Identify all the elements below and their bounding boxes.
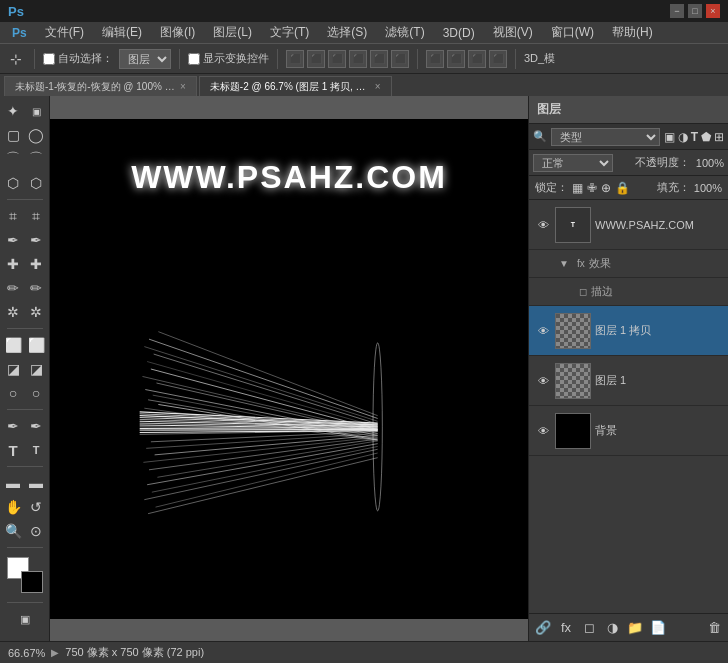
menu-window[interactable]: 窗口(W): [543, 22, 602, 43]
heal-tool[interactable]: ✚: [2, 253, 24, 275]
quick-selection-tool[interactable]: ⬡: [25, 172, 47, 194]
menu-text[interactable]: 文字(T): [262, 22, 317, 43]
layer-type-dropdown[interactable]: 图层: [119, 49, 171, 69]
eraser-tool[interactable]: ⬜: [2, 334, 24, 356]
layer-text-icon[interactable]: T: [691, 130, 698, 144]
tab-1[interactable]: 未标题-2 @ 66.7% (图层 1 拷贝, RGB/8#) * ×: [199, 76, 392, 96]
menu-view[interactable]: 视图(V): [485, 22, 541, 43]
marquee-rect-tool[interactable]: ▢: [2, 124, 24, 146]
layer-item-text[interactable]: 👁 T WWW.PSAHZ.COM: [529, 200, 728, 250]
close-button[interactable]: ×: [706, 4, 720, 18]
status-arrow[interactable]: ▶: [51, 647, 59, 658]
hand-tool[interactable]: ✋: [2, 496, 24, 518]
show-transform-checkbox[interactable]: [188, 53, 200, 65]
custom-shape-tool[interactable]: ▬: [25, 472, 47, 494]
align-right-btn[interactable]: ⬛: [328, 50, 346, 68]
layer-bg-visibility[interactable]: 👁: [535, 423, 551, 439]
layer-effects-btn[interactable]: fx: [556, 618, 576, 638]
color-swatches[interactable]: [7, 557, 43, 593]
layer-smart-icon[interactable]: ⊞: [714, 130, 724, 144]
new-layer-btn[interactable]: 📄: [648, 618, 668, 638]
freeform-pen-tool[interactable]: ✒: [25, 415, 47, 437]
layer-shape-icon[interactable]: ⬟: [701, 130, 711, 144]
layer-adjust-icon[interactable]: ◑: [678, 130, 688, 144]
clone-stamp-tool[interactable]: ✲: [2, 301, 24, 323]
lock-move-icon[interactable]: ✙: [587, 181, 597, 195]
dist-4-btn[interactable]: ⬛: [489, 50, 507, 68]
vertical-text-tool[interactable]: T: [25, 439, 47, 461]
align-middle-btn[interactable]: ⬛: [370, 50, 388, 68]
auto-select-checkbox[interactable]: [43, 53, 55, 65]
layer-group-btn[interactable]: 📁: [625, 618, 645, 638]
maximize-button[interactable]: □: [688, 4, 702, 18]
lock-artboard-icon[interactable]: ⊕: [601, 181, 611, 195]
dist-3-btn[interactable]: ⬛: [468, 50, 486, 68]
fx-expand-icon[interactable]: ▼: [559, 258, 569, 269]
layer-text-visibility[interactable]: 👁: [535, 217, 551, 233]
layer-pixel-icon[interactable]: ▣: [664, 130, 675, 144]
menu-filter[interactable]: 滤镜(T): [377, 22, 432, 43]
blend-mode-dropdown[interactable]: 正常: [533, 154, 613, 172]
tab-0[interactable]: 未标题-1-恢复的-恢复的 @ 100% (图层 1, RGB/8#) * ×: [4, 76, 197, 96]
title-bar-controls[interactable]: − □ ×: [670, 4, 720, 18]
sublayer-effects[interactable]: ▼ fx 效果: [529, 250, 728, 278]
menu-edit[interactable]: 编辑(E): [94, 22, 150, 43]
zoom-tool[interactable]: 🔍: [2, 520, 24, 542]
lock-checkerboard-icon[interactable]: ▦: [572, 181, 583, 195]
align-left-btn[interactable]: ⬛: [286, 50, 304, 68]
menu-select[interactable]: 选择(S): [319, 22, 375, 43]
layer-item-1[interactable]: 👁 图层 1: [529, 356, 728, 406]
layer-mask-btn[interactable]: ◻: [579, 618, 599, 638]
canvas[interactable]: WWW.PSAHZ.COM: [50, 119, 528, 619]
menu-help[interactable]: 帮助(H): [604, 22, 661, 43]
burn-tool[interactable]: ○: [25, 382, 47, 404]
layers-type-dropdown[interactable]: 类型: [551, 128, 660, 146]
tab-1-close[interactable]: ×: [375, 81, 381, 92]
adjustment-layer-btn[interactable]: ◑: [602, 618, 622, 638]
zoom-out-tool[interactable]: ⊙: [25, 520, 47, 542]
align-top-btn[interactable]: ⬛: [349, 50, 367, 68]
dist-1-btn[interactable]: ⬛: [426, 50, 444, 68]
minimize-button[interactable]: −: [670, 4, 684, 18]
pencil-tool[interactable]: ✏: [25, 277, 47, 299]
layer-item-copy[interactable]: 👁 图层 1 拷贝: [529, 306, 728, 356]
crop-tool[interactable]: ⌗: [2, 205, 24, 227]
dodge-tool[interactable]: ○: [2, 382, 24, 404]
tab-0-close[interactable]: ×: [180, 81, 186, 92]
text-tool[interactable]: T: [2, 439, 24, 461]
shape-tool[interactable]: ▬: [2, 472, 24, 494]
background-color[interactable]: [21, 571, 43, 593]
magic-wand-tool[interactable]: ⬡: [2, 172, 24, 194]
move-tool[interactable]: ✦: [2, 100, 24, 122]
menu-file[interactable]: 文件(F): [37, 22, 92, 43]
delete-layer-btn[interactable]: 🗑: [704, 618, 724, 638]
eyedropper-tool[interactable]: ✒: [2, 229, 24, 251]
layer-item-bg[interactable]: 👁 背景: [529, 406, 728, 456]
brush-tool[interactable]: ✏: [2, 277, 24, 299]
lasso-tool[interactable]: ⌒: [2, 148, 24, 170]
align-center-btn[interactable]: ⬛: [307, 50, 325, 68]
color-sampler-tool[interactable]: ✒: [25, 229, 47, 251]
marquee-ellipse-tool[interactable]: ◯: [25, 124, 47, 146]
layer-copy-visibility[interactable]: 👁: [535, 323, 551, 339]
pattern-stamp-tool[interactable]: ✲: [25, 301, 47, 323]
align-bottom-btn[interactable]: ⬛: [391, 50, 409, 68]
artboard-tool[interactable]: ▣: [25, 100, 47, 122]
bg-eraser-tool[interactable]: ⬜: [25, 334, 47, 356]
pen-tool[interactable]: ✒: [2, 415, 24, 437]
slice-tool[interactable]: ⌗: [25, 205, 47, 227]
menu-3d[interactable]: 3D(D): [435, 24, 483, 42]
menu-layer[interactable]: 图层(L): [205, 22, 260, 43]
patch-tool[interactable]: ✚: [25, 253, 47, 275]
dist-2-btn[interactable]: ⬛: [447, 50, 465, 68]
gradient-tool[interactable]: ◪: [2, 358, 24, 380]
screen-mode-btn[interactable]: ▣: [14, 608, 36, 630]
sublayer-stroke[interactable]: ◻ 描边: [529, 278, 728, 306]
rotate-view-tool[interactable]: ↺: [25, 496, 47, 518]
polygonal-lasso-tool[interactable]: ⌒: [25, 148, 47, 170]
menu-ps[interactable]: Ps: [4, 24, 35, 42]
lock-all-icon[interactable]: 🔒: [615, 181, 630, 195]
layer-1-visibility[interactable]: 👁: [535, 373, 551, 389]
menu-image[interactable]: 图像(I): [152, 22, 203, 43]
link-layers-btn[interactable]: 🔗: [533, 618, 553, 638]
